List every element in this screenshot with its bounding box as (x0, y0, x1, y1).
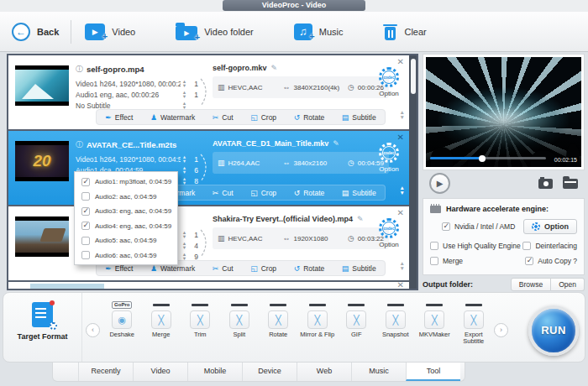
list-scrollbar[interactable] (409, 55, 417, 289)
video-row-shakira[interactable]: ⓘ ▲▼1 ▲▼4 ▲▼9 Shakira-Try Everyt..(offic… (8, 206, 409, 280)
checkbox[interactable] (81, 178, 90, 186)
tool-deshake[interactable]: GoPro ◉ Deshake (102, 300, 142, 345)
tool-merge[interactable]: ╳ Merge (142, 300, 181, 345)
codec-option-button[interactable]: codec Option (372, 218, 406, 248)
rename-icon[interactable]: ✎ (271, 64, 278, 72)
deinterlacing-checkbox[interactable]: Deinterlacing (522, 242, 577, 250)
tools-scroll-right[interactable]: › (494, 323, 508, 337)
tool-mkvmaker[interactable]: ╳ MKVMaker (415, 300, 454, 345)
tab-web[interactable]: Web (297, 363, 351, 381)
track-stepper[interactable]: ▲▼ (181, 242, 188, 249)
close-icon[interactable]: ✕ (397, 57, 404, 66)
watermark-button[interactable]: ♟Watermark (150, 264, 195, 273)
tool-snapshot[interactable]: ╳ Snapshot (376, 300, 416, 345)
tool-mirror-flip[interactable]: ╳ Mirror & Flip (298, 300, 338, 345)
open-folder-icon[interactable] (563, 179, 578, 189)
checkbox[interactable] (430, 257, 438, 265)
seek-bar[interactable] (430, 157, 546, 159)
subtitle-button[interactable]: ▤Subtitle (342, 113, 376, 122)
checkbox[interactable] (81, 251, 90, 259)
audio-track-option[interactable]: Audio4: eng, aac, 0:04:59 (75, 219, 177, 234)
high-quality-checkbox[interactable]: Use High Quality Engine (430, 242, 521, 250)
audio-track-option[interactable]: Audio2: aac, 0:04:59 (75, 190, 177, 205)
subtitle-button[interactable]: ▤Subtitle (342, 264, 376, 273)
audio-track-option[interactable]: Audio6: aac, 0:04:59 (75, 248, 177, 263)
effect-button[interactable]: ✒Effect (105, 113, 133, 122)
rotate-button[interactable]: ↺Rotate (294, 264, 325, 273)
tab-video[interactable]: Video (133, 363, 187, 381)
run-button[interactable]: RUN (528, 305, 579, 356)
crop-button[interactable]: ◱Crop (250, 264, 276, 273)
track-stepper[interactable]: ▲▼ (181, 102, 188, 109)
audio-track-option[interactable]: Audio1: mp3float, 0:04:59 (75, 175, 177, 190)
watermark-button[interactable]: ♟Watermark (150, 113, 195, 122)
tools-scroll-left[interactable]: ‹ (86, 323, 100, 337)
hw-option-button[interactable]: Option (523, 219, 577, 234)
target-format-button[interactable]: Target Format (3, 293, 82, 362)
cut-button[interactable]: ✂Cut (213, 264, 234, 273)
rename-icon[interactable]: ✎ (333, 139, 339, 148)
checkbox[interactable] (525, 257, 533, 265)
add-music-button[interactable]: ♫ Music (294, 23, 344, 40)
tab-tool[interactable]: Tool (406, 363, 460, 381)
track-stepper[interactable]: ▲▼ (181, 231, 188, 238)
effect-button[interactable]: ✒Effect (105, 264, 133, 273)
track-stepper[interactable]: ▲▼ (181, 91, 188, 98)
auto-copy-checkbox[interactable]: Auto Copy ? (525, 257, 577, 265)
cut-button[interactable]: ✂Cut (213, 113, 234, 122)
add-video-folder-button[interactable]: ▶ Video folder (176, 23, 254, 40)
seek-handle[interactable] (479, 155, 486, 162)
tab-mobile[interactable]: Mobile (187, 363, 242, 381)
rename-icon[interactable]: ✎ (357, 215, 364, 223)
tab-recently[interactable]: Recently (78, 363, 133, 381)
video-row-avatar-selected[interactable]: 20 ⓘAVATAR_CE...Title.m2ts Video1 h264, … (8, 131, 409, 205)
audio-track-option[interactable]: Audio5: aac, 0:04:59 (75, 233, 177, 248)
codec-option-button[interactable]: codec Option (372, 67, 406, 97)
close-icon[interactable]: ✕ (397, 208, 404, 217)
add-video-button[interactable]: ▶ Video (85, 23, 135, 40)
tool-split[interactable]: ╳ Split (220, 300, 260, 345)
video-row-self-gopro[interactable]: ⓘself-gopro.mp4 Video1 h264, 1920*1080, … (8, 55, 409, 129)
rotate-button[interactable]: ↺Rotate (294, 113, 325, 122)
clear-button[interactable]: Clear (383, 23, 426, 40)
checkbox[interactable] (522, 242, 531, 250)
codec-option-button[interactable]: codec Option (372, 143, 406, 173)
checkbox[interactable] (430, 242, 438, 250)
tool-export-subtitle[interactable]: ╳ Export Subtitle (454, 300, 494, 345)
tool-trim[interactable]: ╳ Trim (181, 300, 220, 345)
video-row-partial[interactable]: ✕ (8, 282, 409, 289)
checkbox[interactable] (81, 207, 90, 216)
reorder-arrows[interactable]: ▲▼ (400, 261, 405, 270)
track-stepper[interactable]: ▲▼ (181, 155, 188, 163)
tab-device[interactable]: Device (242, 363, 297, 381)
hw-vendor-checkbox[interactable]: Nvidia / Intel / AMD (442, 222, 515, 231)
rotate-button[interactable]: ↺Rotate (294, 189, 325, 197)
checkbox[interactable] (81, 237, 90, 245)
browse-button[interactable]: Browse (511, 278, 551, 291)
close-icon[interactable]: ✕ (397, 133, 404, 142)
reorder-arrows[interactable]: ▲▼ (400, 110, 405, 119)
tab-music[interactable]: Music (351, 363, 406, 381)
checkbox[interactable] (442, 222, 450, 231)
crop-button[interactable]: ◱Crop (250, 189, 276, 197)
crop-button[interactable]: ◱Crop (250, 113, 276, 122)
track-stepper[interactable]: ▲▼ (181, 166, 188, 174)
track-stepper[interactable]: ▲▼ (181, 253, 188, 260)
cut-button[interactable]: ✂Cut (213, 189, 234, 197)
track-stepper[interactable]: ▲▼ (181, 177, 188, 185)
tool-rotate[interactable]: ╳ Rotate (259, 300, 298, 345)
checkbox[interactable] (81, 192, 90, 201)
subtitle-button[interactable]: ▤Subtitle (342, 189, 376, 197)
merge-checkbox[interactable]: Merge (430, 257, 463, 265)
snapshot-camera-icon[interactable] (538, 179, 553, 189)
back-button[interactable]: ← Back (12, 23, 59, 41)
audio-track-option[interactable]: Audio3: eng, aac, 0:04:59 (75, 204, 177, 219)
close-icon[interactable]: ✕ (397, 280, 404, 290)
play-button[interactable]: ▶ (429, 173, 450, 194)
tool-gif[interactable]: ╳ GIF (337, 300, 376, 345)
scrollbar-thumb[interactable] (411, 59, 416, 94)
track-stepper[interactable]: ▲▼ (181, 80, 188, 87)
open-button[interactable]: Open (551, 278, 585, 291)
reorder-arrows[interactable]: ▲▼ (400, 185, 405, 195)
checkbox[interactable] (81, 222, 90, 230)
